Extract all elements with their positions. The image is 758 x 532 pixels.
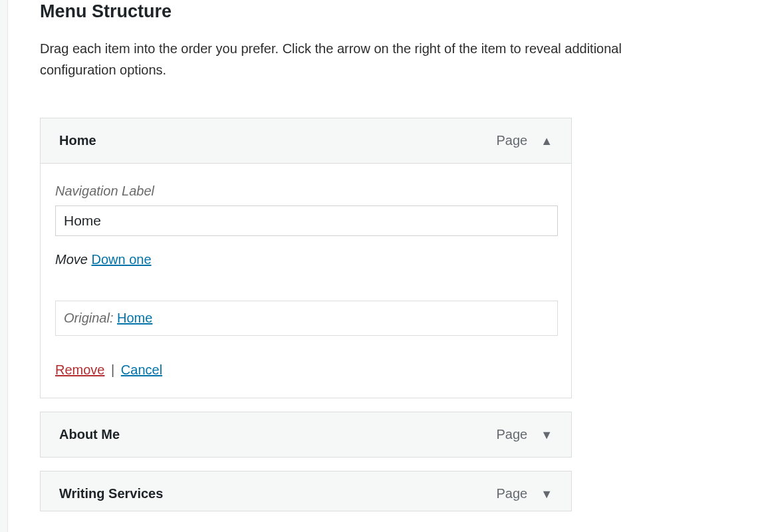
section-title: Menu Structure xyxy=(40,1,718,22)
action-row: Remove | Cancel xyxy=(55,362,557,378)
menu-item-writing-services[interactable]: Writing Services Page ▼ xyxy=(40,471,572,511)
original-box: Original: Home xyxy=(55,301,558,336)
menu-item-header[interactable]: About Me Page ▼ xyxy=(41,412,571,457)
menu-item-header[interactable]: Writing Services Page ▼ xyxy=(41,471,571,511)
menu-item-type: Page xyxy=(496,133,527,148)
menu-item-title: Writing Services xyxy=(59,486,163,501)
menu-item-about-me[interactable]: About Me Page ▼ xyxy=(40,412,572,458)
expand-arrow-down-icon[interactable]: ▼ xyxy=(541,488,553,500)
menu-item-title: Home xyxy=(59,133,96,148)
left-divider xyxy=(0,0,8,532)
menu-item-header[interactable]: Home Page ▲ xyxy=(41,118,571,163)
menu-item-body: Navigation Label Move Down one Original:… xyxy=(41,163,571,398)
cancel-link[interactable]: Cancel xyxy=(121,362,162,377)
menu-structure-panel: Menu Structure Drag each item into the o… xyxy=(0,0,758,511)
collapse-arrow-up-icon[interactable]: ▲ xyxy=(541,135,553,147)
menu-item-header-right: Page ▼ xyxy=(496,486,553,501)
nav-label-label: Navigation Label xyxy=(55,184,557,199)
move-row: Move Down one xyxy=(55,252,557,267)
menu-item-home[interactable]: Home Page ▲ Navigation Label Move Down o… xyxy=(40,118,572,398)
move-label: Move xyxy=(55,252,88,267)
remove-link[interactable]: Remove xyxy=(55,362,104,377)
menu-item-type: Page xyxy=(496,486,527,501)
move-down-link[interactable]: Down one xyxy=(91,252,151,267)
menu-item-header-right: Page ▼ xyxy=(496,427,553,442)
menu-item-type: Page xyxy=(496,427,527,442)
original-label: Original: xyxy=(64,311,113,325)
section-description: Drag each item into the order you prefer… xyxy=(40,38,698,80)
menu-item-title: About Me xyxy=(59,427,120,442)
separator: | xyxy=(111,362,114,377)
original-link[interactable]: Home xyxy=(117,311,152,325)
expand-arrow-down-icon[interactable]: ▼ xyxy=(541,429,553,441)
menu-item-header-right: Page ▲ xyxy=(496,133,553,148)
nav-label-input[interactable] xyxy=(55,205,558,236)
